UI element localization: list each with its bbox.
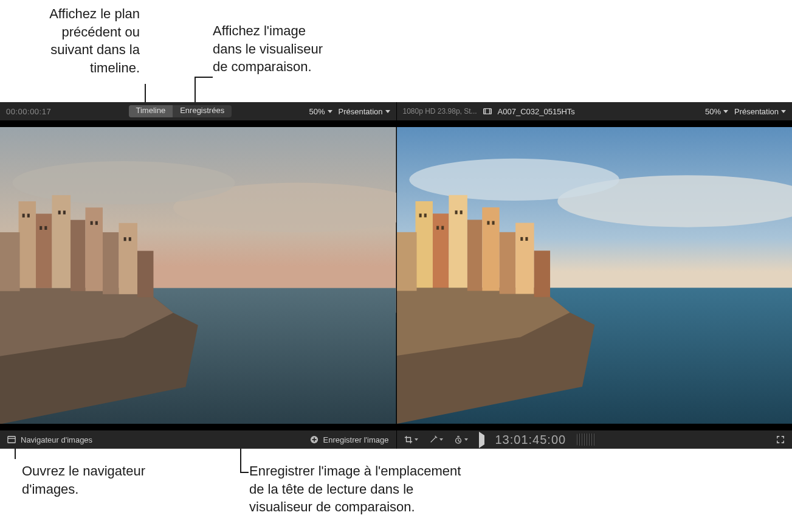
right-transport-bar: 13:01:45:00 — [397, 430, 793, 449]
svg-rect-10 — [119, 223, 137, 294]
segment-timeline[interactable]: Timeline — [129, 105, 173, 117]
right-header: 1080p HD 23.98p, St... A007_C032_0515HTs… — [397, 102, 793, 120]
svg-rect-37 — [449, 195, 467, 288]
svg-rect-45 — [424, 213, 426, 217]
svg-rect-47 — [441, 226, 444, 230]
svg-point-2 — [12, 161, 235, 204]
left-view-label: Présentation — [339, 107, 383, 116]
right-view-label: Présentation — [734, 107, 779, 116]
audio-meter — [577, 434, 595, 446]
play-button[interactable] — [479, 435, 484, 444]
chevron-down-icon — [439, 438, 443, 441]
callout-open-browser: Ouvrez le navigateur d'images. — [22, 462, 180, 498]
svg-rect-12 — [0, 232, 20, 291]
svg-rect-11 — [137, 250, 153, 297]
left-zoom-dropdown[interactable]: 50% — [309, 107, 332, 116]
chevron-down-icon — [328, 110, 332, 113]
svg-rect-41 — [515, 223, 534, 294]
app-window: 00:00:00:17 Timeline Enregistrées 50% Pr… — [0, 102, 792, 449]
svg-rect-36 — [432, 213, 448, 288]
callout-compare-viewer: Affichez l'image dans le visualiseur de … — [213, 22, 365, 76]
svg-rect-44 — [419, 213, 421, 217]
frame-browser-button[interactable]: Navigateur d'images — [21, 435, 92, 444]
svg-rect-8 — [85, 207, 103, 291]
right-zoom-dropdown[interactable]: 50% — [705, 107, 728, 116]
svg-rect-16 — [44, 226, 47, 230]
chevron-down-icon — [415, 438, 418, 441]
mode-segment[interactable]: Timeline Enregistrées — [129, 105, 232, 117]
svg-rect-9 — [103, 232, 119, 294]
svg-rect-14 — [27, 213, 30, 217]
frame-browser-icon[interactable] — [7, 435, 16, 444]
left-zoom-value: 50% — [309, 107, 325, 116]
callout-prev-next: Affichez le plan précédent ou suivant da… — [24, 5, 140, 77]
chevron-down-icon — [781, 110, 786, 113]
right-canvas[interactable] — [397, 120, 793, 430]
svg-rect-23 — [8, 437, 15, 443]
svg-rect-19 — [91, 221, 93, 224]
plus-circle-icon[interactable] — [310, 435, 319, 444]
callout-leader-2h — [195, 77, 213, 78]
filmstrip-icon — [483, 107, 492, 116]
svg-rect-35 — [415, 201, 432, 288]
svg-rect-20 — [95, 221, 98, 224]
left-canvas[interactable] — [0, 120, 396, 430]
right-view-dropdown[interactable]: Présentation — [734, 107, 786, 116]
left-pane: 00:00:00:17 Timeline Enregistrées 50% Pr… — [0, 102, 396, 449]
svg-rect-50 — [487, 221, 489, 225]
left-header: 00:00:00:17 Timeline Enregistrées 50% Pr… — [0, 102, 396, 120]
save-frame-button[interactable]: Enregistrer l'image — [323, 435, 389, 444]
callout-leader-4h — [240, 472, 249, 473]
svg-rect-38 — [467, 220, 481, 291]
svg-rect-22 — [129, 237, 131, 241]
svg-rect-15 — [40, 226, 42, 230]
segment-saved[interactable]: Enregistrées — [173, 105, 232, 117]
left-frame-image — [0, 127, 396, 424]
right-pane: 1080p HD 23.98p, St... A007_C032_0515HTs… — [396, 102, 793, 449]
svg-rect-42 — [534, 250, 549, 297]
left-timecode: 00:00:00:17 — [6, 107, 51, 116]
play-icon — [479, 432, 484, 448]
svg-rect-48 — [455, 210, 457, 214]
svg-rect-5 — [36, 213, 52, 288]
right-zoom-value: 50% — [705, 107, 721, 116]
clip-format: 1080p HD 23.98p, St... — [403, 107, 477, 116]
svg-rect-51 — [492, 221, 494, 225]
svg-rect-6 — [52, 195, 71, 288]
svg-rect-39 — [482, 207, 499, 291]
svg-rect-17 — [58, 210, 61, 214]
svg-rect-26 — [483, 109, 491, 114]
chevron-down-icon — [723, 110, 728, 113]
svg-rect-21 — [124, 237, 126, 241]
svg-rect-40 — [499, 232, 515, 294]
svg-rect-7 — [71, 219, 85, 291]
svg-point-33 — [409, 159, 619, 201]
svg-rect-18 — [63, 210, 66, 214]
chevron-down-icon — [385, 110, 390, 113]
svg-rect-52 — [520, 237, 523, 241]
callout-save-frame: Enregistrer l'image à l'emplacement de l… — [249, 462, 504, 516]
left-view-dropdown[interactable]: Présentation — [339, 107, 390, 116]
chevron-down-icon — [464, 438, 468, 441]
right-frame-image — [397, 127, 793, 424]
svg-rect-49 — [460, 210, 462, 214]
left-toolbar: Navigateur d'images Enregistrer l'image — [0, 430, 396, 449]
crop-tool[interactable] — [404, 435, 418, 444]
enhance-tool[interactable] — [429, 435, 443, 444]
svg-rect-46 — [436, 226, 439, 230]
svg-rect-13 — [22, 213, 25, 217]
retime-tool[interactable] — [454, 435, 468, 444]
fullscreen-icon[interactable] — [776, 435, 785, 444]
svg-rect-53 — [525, 237, 528, 241]
transport-timecode: 13:01:45:00 — [495, 433, 566, 447]
svg-rect-43 — [397, 232, 417, 291]
clip-name: A007_C032_0515HTs — [498, 107, 575, 116]
